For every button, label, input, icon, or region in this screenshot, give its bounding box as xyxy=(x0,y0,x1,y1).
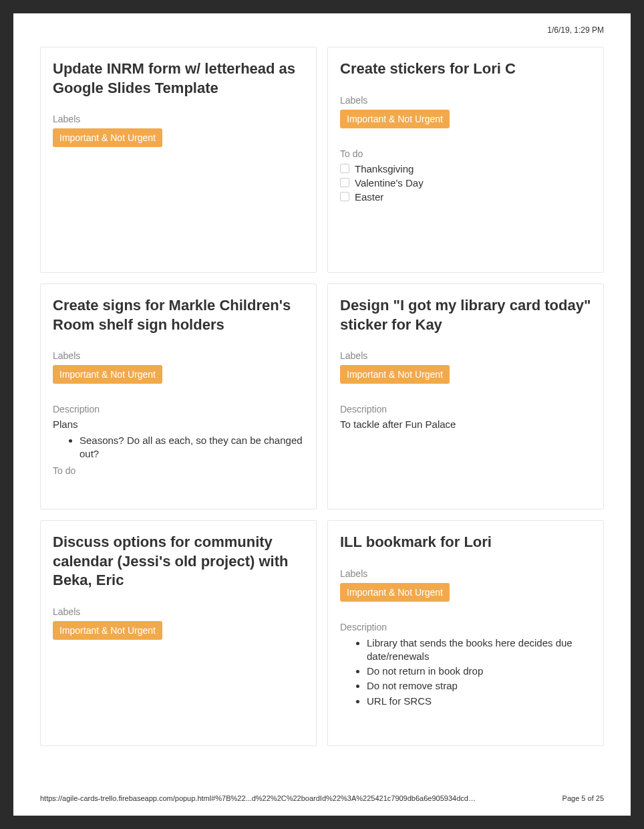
footer-url: https://agile-cards-trello.firebaseapp.c… xyxy=(40,794,480,802)
card-grid: Update INRM form w/ letterhead as Google… xyxy=(40,47,604,746)
labels-heading: Labels xyxy=(340,350,591,361)
print-footer: https://agile-cards-trello.firebaseapp.c… xyxy=(40,794,604,802)
label-chip: Important & Not Urgent xyxy=(340,365,450,384)
label-chip: Important & Not Urgent xyxy=(340,583,450,602)
bullet-item: Library that sends the books here decide… xyxy=(367,636,591,664)
card: Create stickers for Lori C Labels Import… xyxy=(327,47,604,273)
todo-heading: To do xyxy=(340,148,591,159)
card-title: Create stickers for Lori C xyxy=(340,60,591,79)
description-bullets: Library that sends the books here decide… xyxy=(340,636,591,708)
printed-page: 1/6/19, 1:29 PM Update INRM form w/ lett… xyxy=(13,13,631,816)
label-chip: Important & Not Urgent xyxy=(53,128,162,147)
checklist-label: Easter xyxy=(355,191,383,203)
labels-heading: Labels xyxy=(53,114,304,124)
description-text: To tackle after Fun Palace xyxy=(340,419,591,430)
description-text: Plans xyxy=(53,419,304,430)
checkbox-icon xyxy=(340,164,349,173)
description-heading: Description xyxy=(53,404,304,414)
card-title: Discuss options for community calendar (… xyxy=(53,533,304,590)
card: ILL bookmark for Lori Labels Important &… xyxy=(327,520,604,746)
description-heading: Description xyxy=(340,622,591,632)
labels-heading: Labels xyxy=(53,350,304,361)
label-chip: Important & Not Urgent xyxy=(53,365,162,384)
description-heading: Description xyxy=(340,404,591,414)
label-chip: Important & Not Urgent xyxy=(340,110,450,128)
checklist-label: Thanksgiving xyxy=(355,163,414,174)
checklist: Thanksgiving Valentine's Day Easter xyxy=(340,163,591,203)
labels-heading: Labels xyxy=(340,568,591,579)
card-title: Update INRM form w/ letterhead as Google… xyxy=(53,60,304,98)
checkbox-icon xyxy=(340,178,349,187)
card: Update INRM form w/ letterhead as Google… xyxy=(40,47,317,273)
label-chip: Important & Not Urgent xyxy=(53,621,162,640)
labels-heading: Labels xyxy=(340,95,591,106)
bullet-item: Do not return in book drop xyxy=(367,665,591,678)
card: Create signs for Markle Children's Room … xyxy=(40,283,317,509)
print-timestamp: 1/6/19, 1:29 PM xyxy=(40,25,604,35)
labels-heading: Labels xyxy=(53,606,304,617)
todo-heading: To do xyxy=(53,465,304,476)
card-title: ILL bookmark for Lori xyxy=(340,533,591,552)
card-title: Design "I got my library card today" sti… xyxy=(340,296,591,334)
checkbox-icon xyxy=(340,192,349,201)
card-title: Create signs for Markle Children's Room … xyxy=(53,296,304,334)
card: Design "I got my library card today" sti… xyxy=(327,283,604,509)
checklist-item: Valentine's Day xyxy=(340,177,591,189)
description-bullets: Seasons? Do all as each, so they can be … xyxy=(53,434,304,461)
bullet-item: Do not remove strap xyxy=(367,679,591,693)
bullet-item: URL for SRCS xyxy=(367,695,591,708)
checklist-item: Easter xyxy=(340,191,591,203)
footer-page: Page 5 of 25 xyxy=(562,794,604,802)
card: Discuss options for community calendar (… xyxy=(40,520,317,746)
bullet-item: Seasons? Do all as each, so they can be … xyxy=(79,434,304,461)
checklist-label: Valentine's Day xyxy=(355,177,424,189)
checklist-item: Thanksgiving xyxy=(340,163,591,174)
